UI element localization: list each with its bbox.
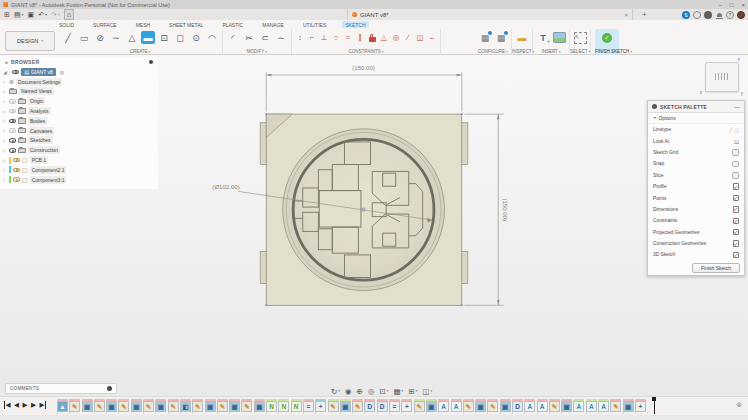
insert-image-icon[interactable] [553,32,566,43]
look-at-icon[interactable]: ◉ [345,387,352,396]
browser-item-document-settings[interactable]: ▷⊛Document Settings [0,77,158,87]
expand-all-icon[interactable]: ◢ [3,69,7,75]
timeline-feature-sk[interactable]: ✎ [549,399,560,412]
timeline-feature-A[interactable]: A [451,399,462,412]
play-button[interactable]: ▶ [23,401,28,409]
timeline-feature-ex[interactable]: ▣ [254,399,265,412]
timeline-feature-sk[interactable]: ✎ [94,399,105,412]
browser-item-label[interactable]: Origin [28,97,45,105]
look-at-icon[interactable]: ⊡ [734,138,739,145]
horizontal-vertical-constraint-icon[interactable]: ⌐ [307,31,317,44]
checkbox-unchecked[interactable] [732,161,739,168]
section-collapse-icon[interactable]: ▼ [653,116,656,120]
help-icon[interactable]: ? [726,11,734,19]
comments-menu-icon[interactable] [107,386,112,391]
viewcube[interactable]: z x y [705,62,739,92]
timeline-feature-A[interactable]: A [537,399,548,412]
dropdown-caret-icon[interactable]: ▾ [387,389,389,393]
fit-icon[interactable]: ⊡▾ [379,387,388,396]
fillet-tool-icon[interactable]: ◜ [226,31,240,44]
collinear-constraint-icon[interactable]: ∕ [403,31,413,44]
visibility-eye-icon[interactable] [13,177,20,182]
checkbox-checked[interactable]: ✓ [733,218,740,225]
visibility-eye-icon[interactable] [9,138,16,143]
file-menu-icon[interactable]: ▤▾ [14,9,24,20]
browser-item-label[interactable]: Sketches [28,136,53,144]
expand-caret-icon[interactable]: ▷ [3,109,7,114]
dropdown-caret-icon[interactable]: ▾ [338,389,340,393]
expand-caret-icon[interactable]: ▷ [3,128,7,133]
finish-sketch-palette-button[interactable]: Finish Sketch [692,263,740,273]
timeline-feature-sk[interactable]: ✎ [463,399,474,412]
orbit-icon[interactable]: ↻▾ [331,387,340,396]
timeline-feature-N[interactable]: N [291,399,302,412]
symmetry-constraint-icon[interactable]: ◫ [415,31,425,44]
timeline-feature-eq[interactable]: = [389,399,400,412]
expand-caret-icon[interactable]: ▷ [3,177,7,182]
dropdown-caret-icon[interactable]: ▾ [416,389,418,393]
ribbon-tab-sheet-metal[interactable]: SHEET METAL [166,21,206,28]
group-label-configure[interactable]: CONFIGURE▾ [475,49,511,54]
timeline-feature-ex[interactable]: ▣ [131,399,142,412]
timeline-feature-img[interactable]: ▲ [57,399,68,412]
home-icon[interactable]: ⌂ [64,9,74,20]
visibility-eye-icon[interactable] [13,158,20,163]
expand-caret-icon[interactable]: ▷ [3,138,7,143]
browser-item-label[interactable]: Document Settings [16,78,62,86]
browser-item-pcb-1[interactable]: ▷▢PCB 1 [0,155,158,165]
browser-item-label[interactable]: PCB 1 [30,156,48,164]
checkbox-unchecked[interactable] [732,149,739,156]
ribbon-tab-solid[interactable]: SOLID [56,21,77,28]
timeline-feature-sk[interactable]: ✎ [414,399,425,412]
timeline-feature-ex[interactable]: ▣ [205,399,216,412]
comments-bar[interactable]: COMMENTS [5,383,117,394]
timeline-feature-mv[interactable]: + [315,399,326,412]
visibility-eye-icon[interactable] [9,148,16,153]
visibility-eye-icon[interactable] [9,128,16,133]
timeline-feature-D[interactable]: D [377,399,388,412]
browser-root-row[interactable]: ◢|▤GIANT v8◎ [0,67,158,77]
timeline-feature-ex[interactable]: ▣ [475,399,486,412]
visibility-eye-icon[interactable] [9,109,16,114]
checkbox-checked[interactable]: ✓ [733,229,740,236]
step-back-button[interactable]: ◀ [14,401,19,409]
curvature-constraint-icon[interactable]: ⌣ [427,31,437,44]
expand-caret-icon[interactable]: ▷ [3,79,7,84]
finish-sketch-label[interactable]: FINISH SKETCH▾ [595,49,619,54]
timeline-feature-sk[interactable]: ✎ [487,399,498,412]
concentric-constraint-icon[interactable]: ◎ [391,31,401,44]
timeline-feature-D[interactable]: D [364,399,375,412]
browser-item-analysis[interactable]: ▷Analysis [0,106,158,116]
browser-item-label[interactable]: Canvases [28,127,54,135]
checkbox-checked[interactable]: ✓ [733,195,740,202]
timeline-feature-D[interactable]: D [512,399,523,412]
timeline-feature-eq[interactable]: = [303,399,314,412]
timeline-feature-ex[interactable]: ▣ [623,399,634,412]
browser-item-label[interactable]: Analysis [28,107,51,115]
rectangle-tool-icon[interactable]: ▭ [77,31,91,44]
pan-icon[interactable]: ⊕ [357,387,363,396]
timeline-settings-icon[interactable]: ⊛ [736,401,742,409]
dropdown-caret-icon[interactable]: ▾ [431,389,433,393]
timeline-feature-sk[interactable]: ✎ [69,399,80,412]
avatar[interactable] [737,11,745,19]
circle-tool-icon[interactable]: ⊘ [93,31,107,44]
timeline-feature-sk[interactable]: ✎ [168,399,179,412]
center-rectangle-tool-icon[interactable]: ⊡ [157,31,171,44]
diameter-dimension[interactable]: (Ø102.00) [212,183,239,190]
expand-caret-icon[interactable]: ▷ [3,158,7,163]
tab-close-icon[interactable]: × [624,12,628,18]
construction-line-icon[interactable]: ╱ [729,127,732,133]
minimize-palette-icon[interactable]: — [734,104,740,110]
minimize-button[interactable]: – [719,2,722,8]
timeline-feature-cut[interactable]: ◧ [180,399,191,412]
workspace-selector[interactable]: DESIGN ▾ [5,31,55,51]
ribbon-tab-mesh[interactable]: MESH [133,21,153,28]
ellipse-tool-icon[interactable]: ⊙ [189,31,203,44]
trim-tool-icon[interactable]: ✂ [242,31,256,44]
part-body[interactable] [260,113,468,306]
equal-constraint-icon[interactable]: = [343,31,353,44]
redo-icon[interactable]: ↷▾ [51,9,60,20]
parallel-constraint-icon[interactable]: ∥ [355,31,365,44]
timeline-feature-sk[interactable]: ✎ [241,399,252,412]
